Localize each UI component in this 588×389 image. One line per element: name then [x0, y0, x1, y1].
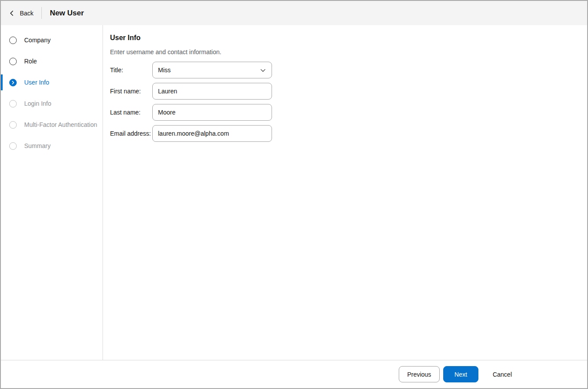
step-circle-icon — [9, 100, 17, 107]
footer-action-bar: Previous Next Cancel — [1, 360, 587, 388]
user-info-panel: User Info Enter username and contact inf… — [103, 25, 587, 360]
sidebar-step-multi-factor-authentication[interactable]: Multi-Factor Authentication — [1, 114, 103, 135]
step-circle-icon — [9, 121, 17, 129]
page-title: New User — [50, 9, 84, 18]
step-circle-icon — [9, 58, 17, 65]
form-row-title: Title: Miss — [110, 62, 577, 78]
step-label: Login Info — [24, 100, 51, 107]
title-label: Title: — [110, 67, 152, 74]
last-name-input[interactable] — [152, 104, 272, 121]
first-name-input[interactable] — [152, 83, 272, 100]
title-select-value: Miss — [158, 67, 171, 74]
sidebar-step-login-info[interactable]: Login Info — [1, 93, 103, 114]
form-row-first-name: First name: — [110, 83, 577, 100]
step-circle-icon — [9, 37, 17, 44]
new-user-wizard-window: Back New User Company Role User Inf — [0, 0, 588, 389]
next-button[interactable]: Next — [443, 366, 479, 382]
section-title: User Info — [110, 33, 577, 42]
sidebar-step-user-info[interactable]: User Info — [1, 72, 103, 93]
step-circle-icon — [9, 142, 17, 150]
section-subtitle: Enter username and contact information. — [110, 48, 577, 56]
form-row-email: Email address: — [110, 125, 577, 142]
step-label: User Info — [24, 79, 49, 86]
top-bar: Back New User — [1, 1, 587, 25]
last-name-label: Last name: — [110, 109, 152, 116]
step-label: Company — [24, 37, 51, 44]
step-label: Role — [24, 58, 37, 65]
sidebar-step-summary[interactable]: Summary — [1, 135, 103, 156]
form-row-last-name: Last name: — [110, 104, 577, 121]
step-label: Summary — [24, 142, 51, 149]
user-info-form: Title: Miss First name: — [110, 62, 577, 142]
sidebar-step-role[interactable]: Role — [1, 51, 103, 72]
back-button[interactable]: Back — [9, 10, 33, 17]
first-name-label: First name: — [110, 88, 152, 95]
back-label: Back — [20, 10, 33, 17]
previous-button[interactable]: Previous — [399, 366, 439, 382]
topbar-divider — [41, 7, 42, 19]
cancel-button[interactable]: Cancel — [485, 366, 519, 382]
sidebar-step-company[interactable]: Company — [1, 30, 103, 51]
email-label: Email address: — [110, 130, 152, 137]
chevron-right-circle-icon — [9, 79, 17, 86]
step-label: Multi-Factor Authentication — [24, 121, 97, 128]
wizard-steps-sidebar: Company Role User Info Login Info — [1, 25, 103, 360]
email-input[interactable] — [152, 125, 272, 142]
chevron-left-icon — [9, 10, 15, 16]
title-select[interactable]: Miss — [152, 62, 272, 78]
chevron-down-icon — [260, 67, 266, 74]
